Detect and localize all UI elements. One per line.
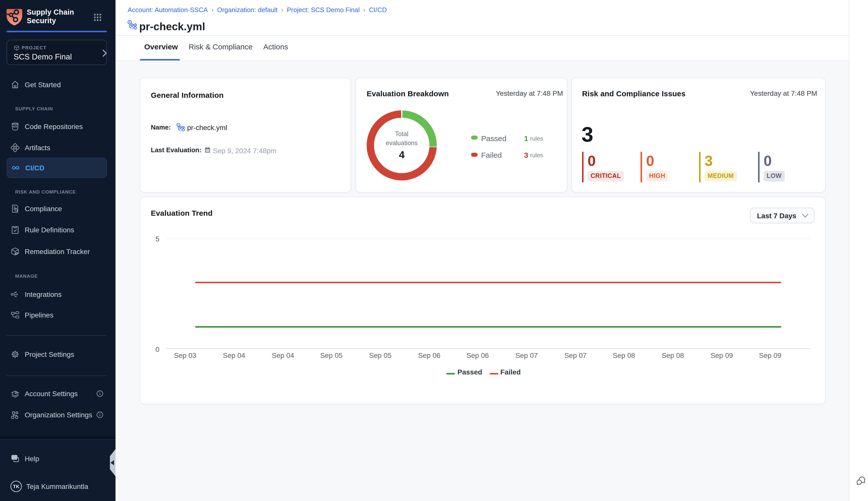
svg-text:TK: TK xyxy=(13,484,19,489)
svg-text:?: ? xyxy=(13,455,15,459)
